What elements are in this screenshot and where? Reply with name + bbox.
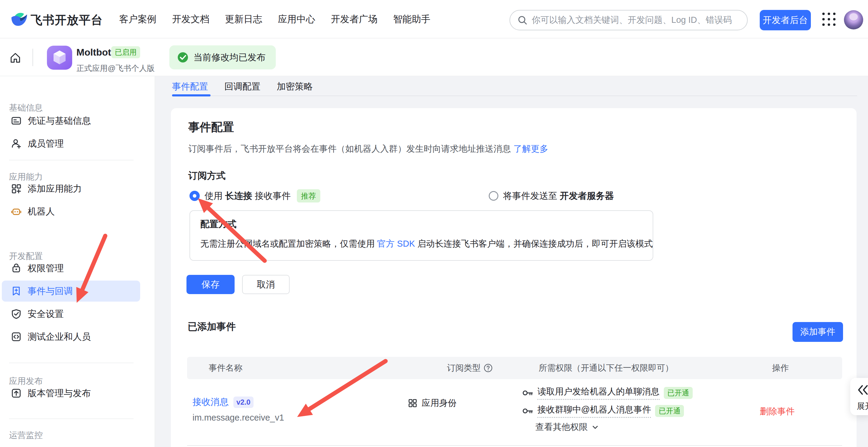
permission-label[interactable]: 接收群聊中@机器人消息事件 <box>537 404 651 418</box>
home-icon[interactable] <box>10 52 21 64</box>
sidebar-item-version-release[interactable]: 版本管理与发布 <box>2 383 140 404</box>
sidebar-item-label: 添加应用能力 <box>28 183 82 195</box>
lock-icon <box>11 263 22 274</box>
key-icon <box>522 388 533 398</box>
col-event-name: 事件名称 <box>209 357 242 379</box>
app-name: Moltbot <box>76 47 111 58</box>
sidebar-item-label: 凭证与基础信息 <box>28 115 91 127</box>
app-subtitle: 正式应用@飞书个人版 <box>76 63 155 74</box>
tab-active-indicator <box>172 94 211 96</box>
sidebar-section-monitor: 运营监控 <box>9 429 43 441</box>
permission-enabled-badge: 已开通 <box>664 387 693 399</box>
app-identity-icon <box>408 398 417 408</box>
section-description: 订阅事件后，飞书开放平台将会在事件（如机器人入群）发生时向请求地址推送消息 了解… <box>188 143 548 155</box>
event-config-card: 事件配置 订阅事件后，飞书开放平台将会在事件（如机器人入群）发生时向请求地址推送… <box>171 108 857 447</box>
permission-label[interactable]: 读取用户发给机器人的单聊消息 <box>537 386 659 400</box>
expand-panel-tab[interactable]: 展开 <box>850 378 868 415</box>
check-circle-icon <box>177 52 189 63</box>
nav-item-cases[interactable]: 客户案例 <box>119 13 156 26</box>
event-name-link[interactable]: 接收消息 <box>192 396 228 408</box>
config-method-title: 配置方式 <box>200 218 237 231</box>
permission-row: 接收群聊中@机器人消息事件 已开通 <box>522 404 684 418</box>
event-bookmark-icon <box>11 286 22 297</box>
sidebar-item-bot[interactable]: 机器人 <box>2 201 140 222</box>
dev-console-button[interactable]: 开发者后台 <box>760 10 811 30</box>
nav-item-app-center[interactable]: 应用中心 <box>278 13 315 26</box>
nav-item-dev-square[interactable]: 开发者广场 <box>331 13 377 26</box>
official-sdk-link[interactable]: 官方 SDK <box>377 239 415 248</box>
sidebar-divider <box>9 418 133 419</box>
header-divider <box>32 49 33 66</box>
publish-up-icon <box>11 388 22 399</box>
nav-item-changelog[interactable]: 更新日志 <box>225 13 262 26</box>
sidebar-item-label: 安全设置 <box>28 308 64 320</box>
search-input[interactable]: 你可以输入文档关键词、开发问题、Log ID、错误码 <box>509 10 748 30</box>
col-required-permissions: 所需权限（开通以下任一权限即可） <box>539 357 673 379</box>
sidebar-item-label: 机器人 <box>28 205 55 218</box>
col-subscribe-type: 订阅类型 <box>447 357 493 379</box>
search-icon <box>517 15 528 25</box>
sidebar-item-events-callbacks[interactable]: 事件与回调 <box>2 281 140 302</box>
nav-item-ai-assistant[interactable]: 智能助手 <box>393 13 430 26</box>
member-add-icon <box>11 138 22 149</box>
subscribe-type-cell: 应用身份 <box>408 397 457 409</box>
publish-status-text: 当前修改均已发布 <box>193 51 266 64</box>
feishu-logo-icon <box>11 11 28 27</box>
event-version-badge: v2.0 <box>234 397 253 408</box>
user-avatar[interactable] <box>844 10 863 29</box>
event-code: im.message.receive_v1 <box>192 413 284 423</box>
chevron-down-icon <box>591 423 599 431</box>
sidebar-item-add-capability[interactable]: 添加应用能力 <box>2 178 140 199</box>
search-placeholder: 你可以输入文档关键词、开发问题、Log ID、错误码 <box>532 14 732 26</box>
section-title: 事件配置 <box>188 119 234 135</box>
radio-label: 将事件发送至 开发者服务器 <box>503 190 614 202</box>
content-area: 事件配置 回调配置 加密策略 事件配置 订阅事件后，飞书开放平台将会在事件（如机… <box>155 76 868 447</box>
sidebar: 基础信息 凭证与基础信息 成员管理 应用能力 <box>0 76 155 447</box>
sidebar-item-label: 权限管理 <box>28 262 64 275</box>
sidebar-item-label: 测试企业和人员 <box>28 331 91 343</box>
cancel-button[interactable]: 取消 <box>242 275 290 294</box>
app-header-bar: Moltbot 已启用 正式应用@飞书个人版 当前修改均已发布 <box>0 38 868 76</box>
key-icon <box>522 407 533 415</box>
capability-grid-icon <box>11 183 22 194</box>
id-card-icon <box>11 115 22 126</box>
add-event-button[interactable]: 添加事件 <box>793 322 843 342</box>
config-method-box: 配置方式 无需注册公网域名或配置加密策略，仅需使用 官方 SDK 启动长连接飞书… <box>189 210 653 261</box>
config-method-body: 无需注册公网域名或配置加密策略，仅需使用 官方 SDK 启动长连接飞书客户端，并… <box>200 238 653 250</box>
radio-option-dev-server[interactable]: 将事件发送至 开发者服务器 <box>489 188 614 203</box>
question-circle-icon[interactable] <box>484 364 493 373</box>
sidebar-item-label: 成员管理 <box>28 138 64 150</box>
code-box-icon <box>11 331 22 342</box>
save-button[interactable]: 保存 <box>186 275 235 294</box>
tab-event-config[interactable]: 事件配置 <box>172 80 208 93</box>
added-events-title: 已添加事件 <box>188 320 236 334</box>
sidebar-item-permissions[interactable]: 权限管理 <box>2 258 140 279</box>
sidebar-item-credentials[interactable]: 凭证与基础信息 <box>2 110 140 131</box>
delete-event-link[interactable]: 删除事件 <box>760 406 795 418</box>
config-tabs: 事件配置 回调配置 加密策略 <box>172 80 313 93</box>
col-actions: 操作 <box>772 357 789 379</box>
radio-option-long-connection[interactable]: 使用 长连接 接收事件 推荐 <box>189 188 320 203</box>
sidebar-item-test-org[interactable]: 测试企业和人员 <box>2 326 140 347</box>
view-more-permissions[interactable]: 查看其他权限 <box>535 421 599 433</box>
sidebar-item-label: 事件与回调 <box>28 285 73 298</box>
sidebar-divider <box>9 363 133 363</box>
top-nav: 飞书开放平台 客户案例 开发文档 更新日志 应用中心 开发者广场 智能助手 你可… <box>0 0 868 38</box>
tab-encryption[interactable]: 加密策略 <box>277 80 313 93</box>
radio-selected-icon[interactable] <box>189 191 200 201</box>
learn-more-link[interactable]: 了解更多 <box>514 144 548 153</box>
shield-check-icon <box>11 309 22 319</box>
nav-item-docs[interactable]: 开发文档 <box>172 13 209 26</box>
sidebar-divider <box>9 160 133 161</box>
top-nav-menu: 客户案例 开发文档 更新日志 应用中心 开发者广场 智能助手 <box>119 0 430 38</box>
apps-grid-icon[interactable] <box>822 12 836 27</box>
double-chevron-left-icon <box>857 384 868 396</box>
row-divider <box>187 445 842 446</box>
sidebar-item-label: 版本管理与发布 <box>28 387 91 400</box>
recommended-badge: 推荐 <box>297 189 320 203</box>
tab-callback-config[interactable]: 回调配置 <box>224 80 260 93</box>
radio-unselected-icon[interactable] <box>489 191 498 201</box>
sidebar-item-members[interactable]: 成员管理 <box>2 133 140 154</box>
events-table-header: 事件名称 订阅类型 所需权限（开通以下任一权限即可） 操作 <box>187 357 842 379</box>
sidebar-item-security[interactable]: 安全设置 <box>2 303 140 324</box>
